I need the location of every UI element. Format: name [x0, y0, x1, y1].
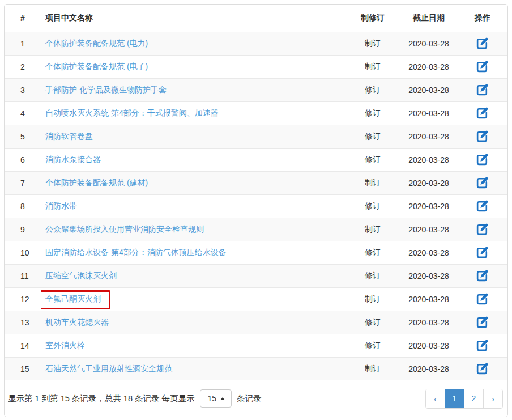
summary-suffix: 条记录	[237, 393, 262, 404]
table-row: 1个体防护装备配备规范 (电力)制订2020-03-28	[5, 32, 507, 55]
action-cell	[458, 264, 507, 287]
project-name-link[interactable]: 室外消火栓	[45, 341, 85, 350]
project-name-cell: 机动车火花熄灭器	[41, 311, 345, 334]
project-name-cell: 消防水带	[41, 194, 345, 218]
project-name-link[interactable]: 消防水泵接合器	[45, 155, 101, 164]
row-index: 7	[5, 171, 41, 194]
project-name-link[interactable]: 石油天然气工业用放射性源安全规范	[45, 364, 172, 373]
project-name-link[interactable]: 全氟己酮灭火剂	[45, 294, 101, 303]
row-index: 13	[5, 311, 41, 334]
project-name-link[interactable]: 压缩空气泡沫灭火剂	[45, 271, 117, 280]
revision-type: 修订	[345, 241, 400, 264]
project-name-link[interactable]: 自动喷水灭火系统 第4部分：干式报警阀、加速器	[45, 108, 219, 117]
project-name-cell: 个体防护装备配备规范 (电子)	[41, 55, 345, 78]
page-1-link[interactable]: 1	[445, 389, 464, 408]
table-row: 10固定消防给水设备 第4部分：消防气体顶压给水设备修订2020-03-28	[5, 241, 507, 264]
page-size-dropdown[interactable]: 15	[200, 389, 232, 408]
row-index: 8	[5, 194, 41, 218]
edit-icon[interactable]	[476, 200, 489, 213]
revision-type: 修订	[345, 311, 400, 334]
pagination-page-1[interactable]: 1	[445, 389, 464, 408]
row-index: 14	[5, 334, 41, 357]
next-page-icon[interactable]: ›	[484, 389, 502, 408]
row-index: 6	[5, 148, 41, 171]
table-row: 5消防软管卷盘修订2020-03-28	[5, 125, 507, 148]
deadline-date: 2020-03-28	[400, 357, 458, 380]
edit-icon[interactable]	[476, 176, 489, 190]
project-name-link[interactable]: 个体防护装备配备规范 (电力)	[45, 39, 148, 48]
project-name-cell: 石油天然气工业用放射性源安全规范	[41, 357, 345, 380]
table-header: # 项目中文名称 制修订 截止日期 操作	[5, 5, 507, 32]
edit-icon[interactable]	[476, 37, 489, 50]
row-index: 5	[5, 125, 41, 148]
pagination: ‹ 1 2 ›	[425, 389, 503, 409]
row-index: 10	[5, 241, 41, 264]
table-row: 4自动喷水灭火系统 第4部分：干式报警阀、加速器修订2020-03-28	[5, 101, 507, 125]
revision-type: 修订	[345, 148, 400, 171]
row-index: 12	[5, 287, 41, 311]
action-cell	[458, 311, 507, 334]
edit-icon[interactable]	[476, 60, 489, 74]
project-name-link[interactable]: 个体防护装备配备规范 (建材)	[45, 178, 148, 187]
pagination-page-2[interactable]: 2	[464, 389, 483, 408]
column-header-action: 操作	[458, 5, 507, 32]
action-cell	[458, 334, 507, 357]
revision-type: 修订	[345, 264, 400, 287]
page-2-link[interactable]: 2	[464, 389, 483, 408]
edit-icon[interactable]	[476, 83, 489, 97]
project-name-cell: 个体防护装备配备规范 (电力)	[41, 32, 345, 55]
deadline-date: 2020-03-28	[400, 241, 458, 264]
revision-type: 修订	[345, 125, 400, 148]
action-cell	[458, 171, 507, 194]
deadline-date: 2020-03-28	[400, 55, 458, 78]
deadline-date: 2020-03-28	[400, 101, 458, 125]
project-name-cell: 固定消防给水设备 第4部分：消防气体顶压给水设备	[41, 241, 345, 264]
revision-type: 制订	[345, 357, 400, 380]
project-name-link[interactable]: 公众聚集场所投入使用营业消防安全检查规则	[45, 224, 204, 234]
edit-icon[interactable]	[476, 316, 489, 329]
deadline-date: 2020-03-28	[400, 171, 458, 194]
prev-page-icon[interactable]: ‹	[426, 389, 445, 408]
column-header-deadline: 截止日期	[400, 5, 458, 32]
project-name-link[interactable]: 个体防护装备配备规范 (电子)	[45, 62, 148, 71]
table-row: 12全氟己酮灭火剂制订2020-03-28	[5, 287, 507, 311]
pagination-prev[interactable]: ‹	[426, 389, 445, 408]
deadline-date: 2020-03-28	[400, 218, 458, 241]
project-name-cell: 消防软管卷盘	[41, 125, 345, 148]
action-cell	[458, 78, 507, 101]
page-size-value: 15	[208, 394, 217, 403]
records-table: # 项目中文名称 制修订 截止日期 操作 1个体防护装备配备规范 (电力)制订2…	[5, 5, 507, 381]
row-index: 3	[5, 78, 41, 101]
project-name-cell: 公众聚集场所投入使用营业消防安全检查规则	[41, 218, 345, 241]
revision-type: 制订	[345, 287, 400, 311]
column-header-revision: 制修订	[345, 5, 400, 32]
deadline-date: 2020-03-28	[400, 334, 458, 357]
edit-icon[interactable]	[476, 153, 489, 167]
edit-icon[interactable]	[476, 269, 489, 283]
project-name-link[interactable]: 固定消防给水设备 第4部分：消防气体顶压给水设备	[45, 248, 227, 257]
revision-type: 制订	[345, 32, 400, 55]
project-name-link[interactable]: 消防软管卷盘	[45, 131, 93, 141]
revision-type: 制订	[345, 55, 400, 78]
table-row: 9公众聚集场所投入使用营业消防安全检查规则制订2020-03-28	[5, 218, 507, 241]
action-cell	[458, 241, 507, 264]
action-cell	[458, 32, 507, 55]
edit-icon[interactable]	[476, 362, 489, 376]
project-name-link[interactable]: 消防水带	[45, 201, 77, 210]
project-name-link[interactable]: 机动车火花熄灭器	[45, 317, 109, 326]
edit-icon[interactable]	[476, 246, 489, 260]
column-header-index: #	[5, 5, 41, 32]
edit-icon[interactable]	[476, 223, 489, 236]
edit-icon[interactable]	[476, 107, 489, 120]
edit-icon[interactable]	[476, 130, 489, 143]
action-cell	[458, 218, 507, 241]
pagination-next[interactable]: ›	[483, 389, 502, 408]
edit-icon[interactable]	[476, 292, 489, 306]
edit-icon[interactable]	[476, 339, 489, 353]
project-name-cell: 个体防护装备配备规范 (建材)	[41, 171, 345, 194]
project-name-cell: 自动喷水灭火系统 第4部分：干式报警阀、加速器	[41, 101, 345, 125]
project-name-link[interactable]: 手部防护 化学品及微生物防护手套	[45, 85, 167, 94]
deadline-date: 2020-03-28	[400, 125, 458, 148]
row-index: 9	[5, 218, 41, 241]
project-name-cell: 全氟己酮灭火剂	[41, 287, 345, 311]
